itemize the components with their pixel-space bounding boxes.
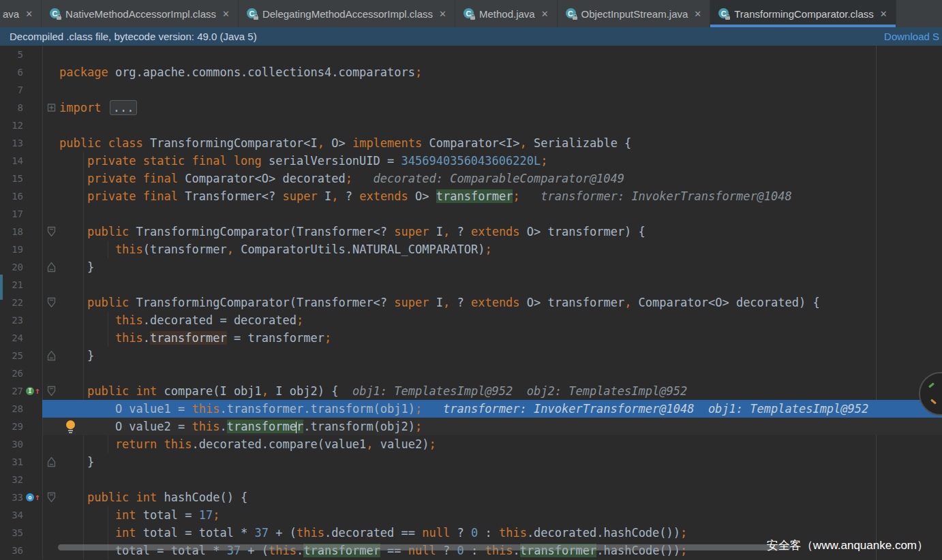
tab-close-icon[interactable]: ✕ <box>541 9 549 19</box>
editor-tab[interactable]: CNativeMethodAccessorImpl.class✕ <box>42 0 239 27</box>
code-line-content[interactable]: public class TransformingComparator<I, O… <box>42 134 942 152</box>
fold-icon[interactable] <box>43 99 59 116</box>
code-line[interactable]: 12 <box>0 116 942 134</box>
code-line-content[interactable]: O value2 = this.transformer.transform(ob… <box>42 418 942 435</box>
gutter-line-number[interactable]: 28 <box>0 400 23 418</box>
horizontal-scrollbar[interactable] <box>58 544 791 550</box>
gutter-line-number[interactable]: 27 <box>0 382 23 400</box>
gutter-line-number[interactable]: 17 <box>0 205 23 223</box>
gutter-line-number[interactable]: 25 <box>0 347 23 364</box>
code-line-content[interactable]: package org.apache.commons.collections4.… <box>42 63 942 81</box>
code-line[interactable]: 34 int total = 17; <box>0 506 942 524</box>
download-sources-link[interactable]: Download S <box>884 31 939 42</box>
gutter-line-number[interactable]: 12 <box>0 116 23 134</box>
code-line[interactable]: 33o↑ public int hashCode() { <box>0 488 942 506</box>
code-line[interactable]: 20 } <box>0 258 942 276</box>
implements-method-icon[interactable]: I <box>26 387 34 395</box>
code-line-content[interactable]: import ... <box>42 99 942 116</box>
gutter-line-number[interactable]: 7 <box>0 81 23 99</box>
code-line[interactable]: 14 private static final long serialVersi… <box>0 152 942 170</box>
tab-close-icon[interactable]: ✕ <box>439 9 446 19</box>
editor-tab[interactable]: CTransformingComparator.class✕ <box>710 0 896 27</box>
fold-icon[interactable] <box>43 347 59 364</box>
code-line[interactable]: 5 <box>0 46 942 63</box>
gutter-line-number[interactable]: 31 <box>0 453 23 471</box>
gutter-line-number[interactable]: 19 <box>0 240 23 258</box>
code-line[interactable]: 8import ... <box>0 99 942 116</box>
code-line-content[interactable]: int total = 17; <box>42 506 942 524</box>
tab-close-icon[interactable]: ✕ <box>25 9 33 19</box>
gutter-line-number[interactable]: 5 <box>0 46 23 63</box>
gutter-line-number[interactable]: 22 <box>0 294 23 311</box>
gutter-line-number[interactable]: 29 <box>0 418 23 435</box>
code-line[interactable]: 19 this(transformer, ComparatorUtils.NAT… <box>0 240 942 258</box>
code-line[interactable]: 23 this.decorated = decorated; <box>0 311 942 329</box>
editor-tab[interactable]: CObjectInputStream.java✕ <box>558 0 711 27</box>
code-line-content[interactable]: public TransformingComparator(Transforme… <box>42 294 942 311</box>
code-line-content[interactable] <box>42 205 942 223</box>
code-line[interactable]: 15 private final Comparator<O> decorated… <box>0 170 942 187</box>
code-line-content[interactable]: return this.decorated.compare(value1, va… <box>42 435 942 453</box>
code-line-content[interactable]: private final Transformer<? super I, ? e… <box>42 187 942 205</box>
gutter-line-number[interactable]: 35 <box>0 524 23 542</box>
code-line-content[interactable]: public int hashCode() { <box>42 488 942 506</box>
code-line-content[interactable] <box>42 116 942 134</box>
code-line[interactable]: 29 O value2 = this.transformer.transform… <box>0 418 942 435</box>
lightbulb-icon[interactable] <box>65 420 76 433</box>
code-line[interactable]: 17 <box>0 205 942 223</box>
code-line-content[interactable]: this.decorated = decorated; <box>42 311 942 329</box>
code-line-content[interactable]: O value1 = this.transformer.transform(ob… <box>42 400 942 418</box>
code-line-content[interactable]: public TransformingComparator(Transforme… <box>42 223 942 240</box>
code-line[interactable]: 24 this.transformer = transformer; <box>0 329 942 347</box>
gutter-line-number[interactable]: 30 <box>0 435 23 453</box>
code-line[interactable]: 21 <box>0 276 942 294</box>
code-line-content[interactable]: } <box>42 258 942 276</box>
code-line-content[interactable] <box>42 364 942 382</box>
editor-tab[interactable]: CDelegatingMethodAccessorImpl.class✕ <box>239 0 455 27</box>
gutter-line-number[interactable]: 14 <box>0 152 23 170</box>
fold-icon[interactable] <box>43 294 59 311</box>
gutter-line-number[interactable]: 32 <box>0 471 23 488</box>
folded-code-placeholder[interactable]: ... <box>110 100 138 115</box>
code-line-content[interactable] <box>42 46 942 63</box>
code-line[interactable]: 30 return this.decorated.compare(value1,… <box>0 435 942 453</box>
gutter-line-number[interactable]: 15 <box>0 170 23 187</box>
gutter-line-number[interactable]: 13 <box>0 134 23 152</box>
fold-icon[interactable] <box>43 223 59 240</box>
code-line-content[interactable]: private static final long serialVersionU… <box>42 152 942 170</box>
code-line[interactable]: 31 } <box>0 453 942 471</box>
fold-icon[interactable] <box>43 453 59 471</box>
debug-exec-line[interactable]: 28 O value1 = this.transformer.transform… <box>0 400 942 418</box>
fold-icon[interactable] <box>43 382 59 400</box>
code-line-content[interactable]: } <box>42 453 942 471</box>
floating-widget[interactable] <box>916 370 942 419</box>
code-line-content[interactable]: public int compare(I obj1, I obj2) { obj… <box>42 382 942 400</box>
gutter-line-number[interactable]: 8 <box>0 99 23 116</box>
editor-tab[interactable]: CMethod.java✕ <box>455 0 558 27</box>
code-line[interactable]: 27I↑ public int compare(I obj1, I obj2) … <box>0 382 942 400</box>
code-line[interactable]: 25 } <box>0 347 942 364</box>
code-line-content[interactable]: this.transformer = transformer; <box>42 329 942 347</box>
gutter-line-number[interactable]: 26 <box>0 364 23 382</box>
code-line-content[interactable]: } <box>42 347 942 364</box>
code-line[interactable]: 7 <box>0 81 942 99</box>
code-line-content[interactable] <box>42 471 942 488</box>
code-line-content[interactable]: this(transformer, ComparatorUtils.NATURA… <box>42 240 942 258</box>
code-line[interactable]: 32 <box>0 471 942 488</box>
gutter-line-number[interactable]: 24 <box>0 329 23 347</box>
fold-icon[interactable] <box>43 258 59 276</box>
code-line[interactable]: 6package org.apache.commons.collections4… <box>0 63 942 81</box>
code-line[interactable]: 18 public TransformingComparator(Transfo… <box>0 223 942 240</box>
overrides-method-icon[interactable]: o <box>26 493 34 501</box>
code-line[interactable]: 13public class TransformingComparator<I,… <box>0 134 942 152</box>
code-line-content[interactable]: private final Comparator<O> decorated; d… <box>42 170 942 187</box>
gutter-line-number[interactable]: 21 <box>0 276 23 294</box>
code-line[interactable]: 26 <box>0 364 942 382</box>
fold-icon[interactable] <box>43 488 59 506</box>
circular-overlay-widget[interactable] <box>919 372 942 416</box>
code-line-content[interactable] <box>42 81 942 99</box>
gutter-line-number[interactable]: 33 <box>0 488 23 506</box>
gutter-line-number[interactable]: 20 <box>0 258 23 276</box>
code-line[interactable]: 22 public TransformingComparator(Transfo… <box>0 294 942 311</box>
tab-close-icon[interactable]: ✕ <box>880 9 887 19</box>
